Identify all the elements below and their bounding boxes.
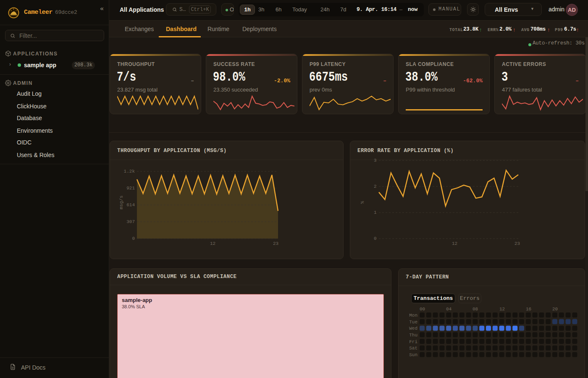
svg-text:04: 04 xyxy=(446,307,452,312)
svg-text:Sun: Sun xyxy=(409,352,417,357)
svg-text:Tue: Tue xyxy=(409,320,417,325)
svg-text:Fri: Fri xyxy=(409,339,417,344)
svg-text:20: 20 xyxy=(552,307,558,312)
svg-text:Thu: Thu xyxy=(409,333,417,338)
svg-text:08: 08 xyxy=(472,307,478,312)
svg-text:Wed: Wed xyxy=(409,326,417,331)
svg-text:00: 00 xyxy=(420,307,425,312)
svg-text:Mon: Mon xyxy=(409,313,417,318)
svg-text:16: 16 xyxy=(526,307,531,312)
svg-text:12: 12 xyxy=(499,307,505,312)
svg-text:Sat: Sat xyxy=(409,346,417,351)
